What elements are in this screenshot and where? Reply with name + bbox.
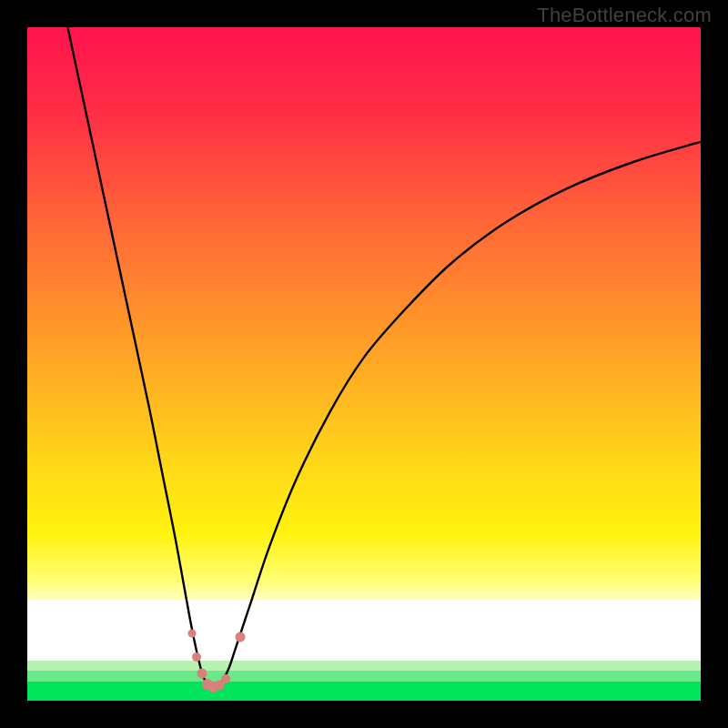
- bottleneck-curve: [27, 27, 701, 701]
- watermark-text: TheBottleneck.com: [537, 4, 712, 27]
- data-marker: [192, 652, 201, 662]
- data-marker: [197, 669, 207, 679]
- data-marker: [235, 632, 245, 642]
- data-marker: [188, 630, 197, 638]
- curve-path: [67, 27, 701, 689]
- data-marker: [221, 674, 230, 683]
- plot-area: [27, 27, 701, 701]
- outer-frame: TheBottleneck.com: [0, 0, 728, 728]
